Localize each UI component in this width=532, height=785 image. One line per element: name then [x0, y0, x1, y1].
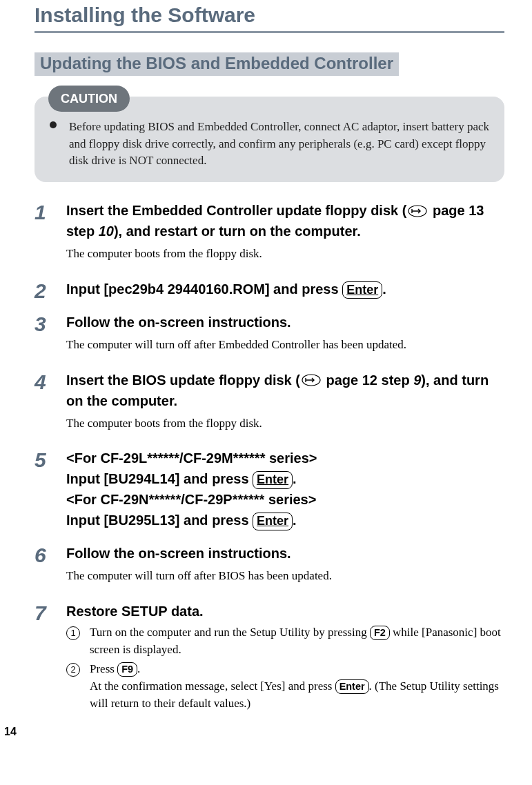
text: . [382, 281, 386, 297]
step-number: 7 [35, 601, 66, 624]
step-6: 6 Follow the on-screen instructions. The… [35, 543, 504, 591]
circled-number-icon: 1 [66, 626, 80, 640]
enter-key: Enter [253, 513, 293, 530]
substep-1: 1 Turn on the computer and run the Setup… [66, 624, 504, 658]
text: Input [BU294L14] and press [66, 471, 253, 486]
text: Input [BU295L13] and press [66, 513, 253, 528]
text: Insert the BIOS update floppy disk ( [66, 372, 300, 388]
step-paragraph: The computer will turn off after BIOS ha… [66, 568, 504, 584]
caution-box: CAUTION Before updating BIOS and Embedde… [35, 97, 504, 182]
step-heading: Insert the BIOS update floppy disk ( pag… [66, 370, 504, 411]
circled-number-icon: 2 [66, 663, 80, 677]
step-4: 4 Insert the BIOS update floppy disk ( p… [35, 370, 504, 439]
text: page 12 step [322, 372, 413, 388]
text: Turn on the computer and run the Setup U… [90, 626, 370, 639]
pointer-icon [302, 374, 321, 386]
bullet-icon [50, 121, 57, 128]
enter-key: Enter [342, 281, 382, 299]
text-ref: 10 [99, 223, 114, 239]
section-title: Updating the BIOS and Embedded Controlle… [35, 52, 399, 76]
page-number: 14 [4, 726, 17, 738]
text-ref: 9 [413, 372, 421, 388]
step-2: 2 Input [pec29b4 29440160.ROM] and press… [35, 279, 504, 302]
text: Input [pec29b4 29440160.ROM] and press [66, 281, 342, 297]
step-heading: Insert the Embedded Controller update fl… [66, 200, 504, 241]
step-heading: Follow the on-screen instructions. [66, 312, 504, 332]
step-5: 5 <For CF-29L******/CF-29M****** series>… [35, 448, 504, 533]
f9-key: F9 [117, 662, 137, 677]
step-number: 1 [35, 200, 66, 223]
substep-2: 2 Press F9. At the confirmation message,… [66, 661, 504, 712]
pointer-icon [408, 205, 427, 217]
caution-label: CAUTION [48, 86, 130, 112]
chapter-title: Installing the Software [35, 3, 504, 27]
enter-key: Enter [335, 679, 369, 694]
text: At the confirmation message, select [Yes… [90, 679, 335, 693]
title-divider [35, 31, 504, 33]
step-number: 4 [35, 370, 66, 393]
text: Insert the Embedded Controller update fl… [66, 203, 406, 218]
step-heading: Follow the on-screen instructions. [66, 543, 504, 564]
step-number: 5 [35, 448, 66, 471]
step-heading: Input [pec29b4 29440160.ROM] and press E… [66, 279, 504, 299]
step-number: 6 [35, 543, 66, 566]
text: <For CF-29L******/CF-29M****** series> [66, 448, 504, 468]
step-3: 3 Follow the on-screen instructions. The… [35, 312, 504, 360]
step-number: 2 [35, 279, 66, 302]
step-paragraph: The computer will turn off after Embedde… [66, 337, 504, 353]
step-7: 7 Restore SETUP data. 1 Turn on the comp… [35, 601, 504, 715]
step-number: 3 [35, 312, 66, 335]
step-heading: Restore SETUP data. [66, 601, 504, 622]
text: Press [90, 662, 117, 675]
text: ), and restart or turn on the computer. [114, 223, 361, 239]
text: . [137, 662, 140, 675]
text: . [293, 471, 297, 486]
f2-key: F2 [370, 626, 390, 640]
step-paragraph: The computer boots from the floppy disk. [66, 246, 504, 262]
step-1: 1 Insert the Embedded Controller update … [35, 200, 504, 269]
enter-key: Enter [253, 471, 293, 489]
caution-text: Before updating BIOS and Embedded Contro… [69, 119, 491, 170]
step-heading: <For CF-29L******/CF-29M****** series> I… [66, 448, 504, 530]
step-paragraph: The computer boots from the floppy disk. [66, 415, 504, 432]
text: <For CF-29N******/CF-29P****** series> [66, 489, 504, 510]
text: . [293, 513, 297, 528]
